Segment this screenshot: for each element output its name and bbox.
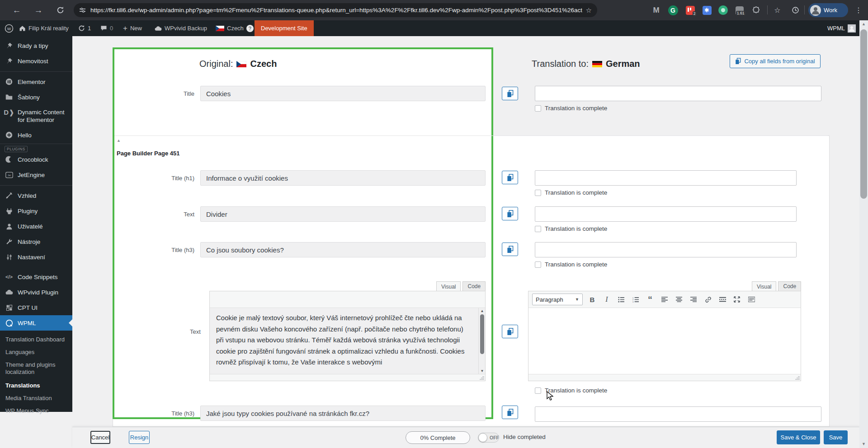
copy-field-button[interactable] — [502, 207, 518, 220]
sidebar-item-settings[interactable]: Nastavení — [0, 249, 72, 265]
sidebar-item-rady-a-tipy[interactable]: Rady a tipy — [0, 38, 72, 53]
numbered-list-button[interactable]: 123 — [631, 294, 641, 305]
history-icon[interactable] — [789, 4, 802, 16]
sidebar-sub-translation-dashboard[interactable]: Translation Dashboard — [5, 336, 71, 343]
copy-field-button[interactable] — [502, 243, 518, 256]
fullscreen-button[interactable] — [732, 294, 742, 305]
wpvivid-menu[interactable]: WPvivid Backup — [155, 20, 207, 36]
sidebar-sub-media-translation[interactable]: Media Translation — [5, 395, 71, 402]
extension-red-icon[interactable]: 2 — [684, 4, 696, 16]
extension-grammarly-icon[interactable]: G — [667, 4, 679, 16]
sidebar-sub-translations[interactable]: Translations — [5, 382, 71, 389]
sidebar-item-crocoblock[interactable]: Crocoblock — [0, 152, 72, 167]
italic-button[interactable]: I — [602, 294, 612, 305]
sidebar-item-hello[interactable]: Hello — [0, 127, 72, 143]
resign-button[interactable]: Resign — [129, 431, 150, 444]
translation-title-h3-2-input[interactable] — [535, 406, 821, 422]
profile-button[interactable]: Work — [808, 3, 848, 17]
bullet-list-button[interactable] — [616, 294, 626, 305]
translation-complete-checkbox[interactable] — [535, 226, 541, 232]
sidebar-item-dynamic-content[interactable]: D❱ Dynamic Content for Elementor — [0, 105, 72, 127]
reload-icon[interactable] — [53, 0, 67, 21]
tab-visual[interactable]: Visual — [436, 281, 461, 291]
favorites-icon[interactable]: ☆ — [771, 4, 783, 16]
toolbar-toggle-button[interactable] — [746, 294, 756, 305]
copy-field-button[interactable] — [502, 171, 518, 184]
copy-field-button[interactable] — [502, 406, 518, 419]
tab-code[interactable]: Code — [778, 281, 801, 291]
sidebar-item-wpml[interactable]: WPML — [0, 315, 72, 331]
help-badge[interactable]: ? — [246, 25, 254, 32]
resize-grip-icon[interactable] — [480, 375, 484, 380]
translation-complete-checkbox[interactable] — [535, 387, 541, 394]
scroll-up-icon[interactable]: ▲ — [479, 309, 485, 313]
bold-button[interactable]: B — [587, 294, 597, 305]
cancel-button[interactable]: Cancel — [90, 431, 110, 444]
language-menu[interactable]: Czech ? — [216, 20, 254, 36]
extension-gray-icon[interactable]: 1.61 — [733, 4, 745, 16]
extension-blue-icon[interactable]: ✱ — [701, 4, 713, 16]
translation-complete-checkbox[interactable] — [535, 105, 541, 112]
sidebar-item-templates[interactable]: Šablony — [0, 89, 72, 105]
original-editor-content[interactable]: Cookie je malý textový soubor, který Váš… — [210, 308, 485, 374]
editor-scroll-thumb[interactable] — [480, 314, 484, 354]
save-button[interactable]: Save — [824, 430, 848, 444]
page-scrollbar[interactable]: ▲ ▼ — [859, 20, 868, 448]
sidebar-item-cpt-ui[interactable]: CPT UI — [0, 300, 72, 315]
comments-menu[interactable]: 0 — [100, 20, 113, 36]
scroll-thumb[interactable] — [860, 29, 867, 199]
link-button[interactable] — [703, 294, 713, 305]
extensions-puzzle-icon[interactable] — [750, 4, 762, 16]
original-title-input[interactable] — [200, 86, 486, 101]
blockquote-button[interactable]: “ — [645, 294, 655, 305]
forward-icon[interactable]: → — [32, 0, 45, 20]
collapse-section-icon[interactable]: ▲ — [117, 138, 121, 143]
site-menu[interactable]: Filip Král reality — [19, 20, 69, 36]
original-title-h3-input[interactable] — [200, 242, 486, 257]
browser-menu-icon[interactable]: ⋮ — [852, 0, 865, 20]
paragraph-select[interactable]: Paragraph ▼ — [532, 294, 583, 305]
resize-grip-icon[interactable] — [795, 375, 800, 380]
translation-title-h1-input[interactable] — [535, 170, 797, 186]
hide-completed-toggle[interactable]: OFF — [478, 433, 499, 443]
site-settings-icon[interactable] — [79, 7, 86, 14]
original-title-h1-input[interactable] — [200, 170, 486, 186]
sidebar-item-nemovitost[interactable]: Nemovitost — [0, 53, 72, 69]
sidebar-sub-wp-menus-sync[interactable]: WP Menus Sync — [5, 407, 71, 412]
sidebar-sub-languages[interactable]: Languages — [5, 349, 71, 356]
sidebar-item-plugins[interactable]: Pluginy — [0, 203, 72, 219]
save-and-close-button[interactable]: Save & Close — [777, 430, 820, 444]
new-menu[interactable]: + New — [123, 20, 142, 36]
scroll-down-icon[interactable]: ▼ — [479, 369, 485, 373]
sidebar-item-code-snippets[interactable]: </> Code Snippets — [0, 269, 72, 285]
extension-m-icon[interactable]: M — [650, 4, 662, 16]
translation-complete-checkbox[interactable] — [535, 261, 541, 268]
copy-all-fields-button[interactable]: Copy all fields from original — [730, 54, 821, 68]
original-title-h3-2-input[interactable] — [200, 406, 486, 421]
align-left-button[interactable] — [660, 294, 670, 305]
address-bar[interactable]: https://fkr.till6.dev/wp-admin/admin.php… — [74, 3, 597, 17]
editor-scrollbar[interactable]: ▲ ▼ — [478, 308, 485, 374]
translation-title-input[interactable] — [535, 86, 821, 101]
tab-code[interactable]: Code — [462, 281, 486, 291]
copy-field-button[interactable] — [502, 87, 518, 100]
sidebar-item-elementor[interactable]: Elementor — [0, 74, 72, 89]
extension-teal-icon[interactable] — [717, 4, 729, 16]
translation-editor-content[interactable] — [528, 308, 801, 374]
bookmark-star-icon[interactable]: ☆ — [586, 6, 592, 14]
original-text-input[interactable] — [200, 206, 486, 222]
wpml-account-menu[interactable]: WPML — [827, 20, 856, 36]
back-icon[interactable]: ← — [10, 0, 24, 20]
sidebar-item-tools[interactable]: Nástroje — [0, 234, 72, 249]
read-more-button[interactable] — [717, 294, 727, 305]
wp-logo[interactable]: W — [5, 20, 14, 36]
copy-field-button[interactable] — [502, 325, 518, 338]
translation-title-h3-input[interactable] — [535, 242, 797, 257]
scroll-down-icon[interactable]: ▼ — [859, 440, 868, 448]
updates-menu[interactable]: 1 — [78, 20, 91, 36]
translation-text-input[interactable] — [535, 206, 797, 222]
sidebar-item-wpvivid[interactable]: WPvivid Plugin — [0, 285, 72, 300]
scroll-up-icon[interactable]: ▲ — [859, 20, 868, 28]
tab-visual[interactable]: Visual — [752, 281, 776, 291]
sidebar-item-jetengine[interactable]: Jet JetEngine — [0, 167, 72, 182]
